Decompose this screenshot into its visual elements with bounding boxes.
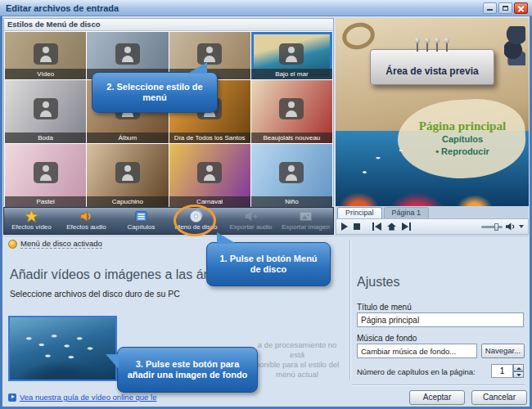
export-image-button[interactable]: Exportar imagen	[278, 208, 333, 234]
callout-tail	[217, 232, 237, 244]
people-placeholder-icon	[115, 43, 140, 65]
minimize-button[interactable]	[483, 2, 497, 14]
people-placeholder-icon	[34, 43, 58, 65]
people-placeholder-icon	[279, 43, 304, 65]
style-thumbnail-capuchino[interactable]: Capuchino	[87, 144, 168, 207]
menu-title-input[interactable]	[357, 312, 524, 327]
styles-panel-header: Estilos de Menú de disco	[4, 19, 333, 31]
callout-step-1: 1. Pulse el botón Menú de disco	[206, 242, 331, 286]
accept-button[interactable]: Aceptar	[409, 390, 465, 405]
preview-menu-title: Página principal	[399, 119, 525, 133]
style-thumbnail-carnaval[interactable]: Carnaval	[169, 144, 250, 207]
people-placeholder-icon	[34, 98, 58, 119]
next-chapter-button[interactable]	[402, 222, 411, 231]
chapters-spinner	[491, 364, 524, 378]
nautical-decoration	[504, 26, 525, 65]
disc-menu-active-notice: Menú de disco activado	[8, 239, 102, 249]
background-image-slot[interactable]	[8, 316, 117, 381]
window-title: Editar archivos de entrada	[6, 3, 119, 13]
titlebar: Editar archivos de entrada	[0, 0, 532, 16]
menu-home-button[interactable]	[387, 222, 396, 231]
people-placeholder-icon	[34, 162, 58, 183]
background-music-input[interactable]	[357, 344, 477, 358]
pushpin-icon	[417, 43, 418, 52]
chapters-button[interactable]: Capítulos	[114, 208, 169, 234]
maximize-button[interactable]	[498, 2, 512, 14]
people-placeholder-icon	[197, 162, 222, 183]
tab-principal[interactable]: Principal	[337, 207, 382, 218]
preview-area-tooltip: Área de vista previa	[370, 49, 494, 85]
volume-slider[interactable]	[481, 226, 503, 228]
people-placeholder-icon	[197, 43, 222, 65]
menu-title-label: Título de menú	[357, 303, 412, 312]
background-music-label: Música de fondo	[357, 334, 417, 343]
callout-step-2: 2. Seleccione estilo de menú	[92, 72, 218, 113]
video-effects-icon	[25, 209, 38, 223]
video-guide-icon	[8, 393, 16, 402]
style-thumbnail-boda[interactable]: Boda	[5, 80, 86, 143]
footer-divider	[352, 384, 525, 385]
chapters-per-page-label: Número de capítulos en la página:	[357, 367, 476, 376]
pushpin-icon	[446, 43, 448, 52]
main-toolbar: Efectos vídeo Efectos audio Capítulos Me…	[3, 207, 334, 235]
play-button[interactable]	[340, 222, 348, 231]
speaker-icon[interactable]	[506, 222, 516, 231]
video-effects-button[interactable]: Efectos vídeo	[4, 208, 59, 234]
disc-menu-button[interactable]: Menú de disco	[169, 208, 223, 234]
spinner-up-button[interactable]	[513, 364, 524, 371]
select-files-subheading: Seleccione archivos del disco duro de su…	[10, 289, 180, 299]
people-placeholder-icon	[115, 162, 140, 183]
callout-tail	[187, 62, 207, 74]
chapters-icon	[134, 209, 148, 223]
callout-step-3: 3. Pulse este botón para añadir una imag…	[117, 347, 258, 393]
disc-menu-icon	[189, 209, 203, 223]
export-audio-button[interactable]: Exportar audio	[223, 208, 278, 234]
audio-effects-icon	[79, 209, 93, 223]
stop-button[interactable]	[354, 223, 360, 230]
settings-divider	[349, 240, 350, 380]
edit-input-files-window: Editar archivos de entrada Estilos de Me…	[0, 0, 532, 409]
style-thumbnail-beaujolais-nouveau[interactable]: Beaujolais nouveau	[251, 80, 332, 143]
export-image-icon	[299, 209, 313, 223]
people-placeholder-icon	[279, 162, 304, 183]
maximize-icon	[503, 6, 508, 11]
style-thumbnail-bajo-el-mar-selected[interactable]: Bajo el mar	[251, 32, 332, 79]
volume-dropdown-icon[interactable]	[519, 225, 524, 228]
volume-slider-thumb[interactable]	[494, 223, 498, 231]
pushpin-icon	[436, 43, 438, 52]
export-audio-icon	[244, 209, 258, 223]
processing-area-note: a de procesamiento no está ponible para …	[250, 340, 345, 380]
style-thumbnail-video[interactable]: Vídeo	[5, 32, 86, 79]
preview-page-tabs: Principal Página 1	[336, 206, 529, 218]
minimize-icon	[487, 9, 493, 11]
settings-title: Ajustes	[357, 275, 399, 290]
audio-effects-button[interactable]: Efectos audio	[59, 208, 114, 234]
tab-pagina-1[interactable]: Página 1	[384, 207, 430, 218]
previous-chapter-button[interactable]	[372, 222, 381, 231]
callout-tail	[106, 354, 119, 369]
disc-menu-preview-text: Página principal Capítulos • Reproducir	[399, 119, 525, 158]
preview-area: Página principal Capítulos • Reproducir	[336, 18, 529, 206]
style-thumbnail-nino[interactable]: Niño	[251, 144, 332, 207]
playback-controls	[336, 218, 529, 235]
people-placeholder-icon	[279, 98, 304, 119]
video-guide-link[interactable]: Vea nuestra guía de vídeo online que le	[8, 393, 156, 402]
cancel-button[interactable]: Cancelar	[471, 390, 527, 405]
close-button[interactable]	[514, 2, 528, 14]
browse-button[interactable]: Navegar...	[481, 344, 525, 358]
preview-menu-link-chapters: Capítulos	[399, 133, 525, 146]
spinner-down-button[interactable]	[513, 371, 524, 379]
preview-menu-link-play: • Reproducir	[399, 146, 525, 158]
styles-grid: Vídeo Bajo el mar Boda Álbum Día de Todo…	[4, 31, 333, 206]
pushpin-icon	[426, 43, 428, 52]
style-thumbnail-pastel[interactable]: Pastel	[5, 144, 86, 207]
section-divider	[3, 236, 529, 236]
chapters-count-input[interactable]	[491, 364, 513, 378]
disc-active-icon	[8, 240, 17, 249]
add-videos-heading: Añadir vídeos o imágenes a las áre	[10, 267, 208, 282]
